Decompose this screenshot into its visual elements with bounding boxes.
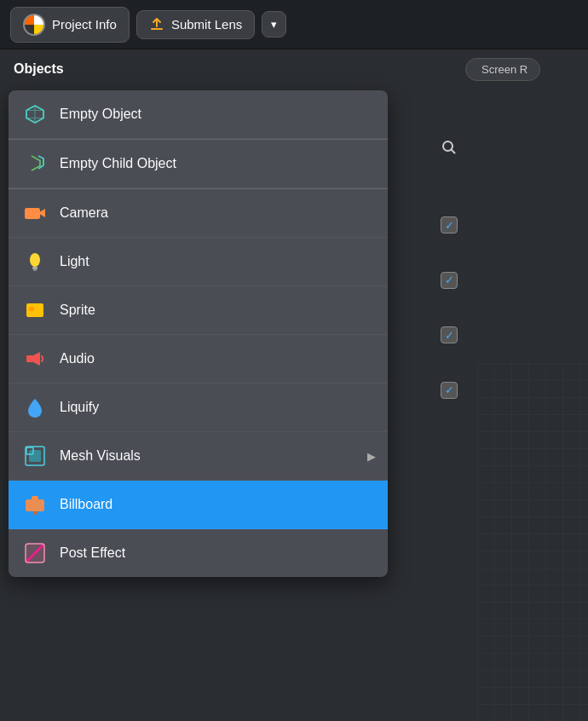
dropdown-button[interactable]: ▾ <box>262 11 286 37</box>
menu-item-camera[interactable]: Camera <box>9 188 388 238</box>
checkbox-2[interactable] <box>441 272 458 289</box>
upload-icon <box>149 17 164 32</box>
svg-rect-6 <box>29 307 34 311</box>
billboard-label: Billboard <box>60 497 112 512</box>
menu-item-light[interactable]: Light <box>9 238 388 286</box>
dropdown-arrow: ▾ <box>271 18 277 31</box>
camera-label: Camera <box>60 205 108 221</box>
svg-point-2 <box>30 253 40 267</box>
checkbox-4[interactable] <box>441 382 458 399</box>
submit-lens-label: Submit Lens <box>171 17 242 32</box>
menu-item-audio[interactable]: Audio <box>9 335 388 384</box>
audio-label: Audio <box>60 351 95 366</box>
svg-rect-1 <box>25 208 40 219</box>
project-icon <box>23 14 45 36</box>
main-container: Objects <box>0 49 588 721</box>
mesh-visuals-icon <box>22 443 48 469</box>
menu-item-empty-child-object[interactable]: Empty Child Object <box>9 139 388 188</box>
svg-rect-4 <box>33 269 37 271</box>
sprite-label: Sprite <box>60 303 95 318</box>
left-panel: Objects <box>0 49 477 721</box>
svg-rect-12 <box>33 511 37 515</box>
svg-rect-15 <box>477 363 588 721</box>
search-icon[interactable] <box>436 135 462 160</box>
objects-dropdown-menu: Empty Object Empty Child Object <box>9 90 388 577</box>
right-controls <box>436 135 462 399</box>
liquify-icon <box>22 395 48 420</box>
liquify-label: Liquify <box>60 400 99 415</box>
light-icon <box>22 249 48 274</box>
empty-object-icon <box>22 101 48 127</box>
checkbox-list <box>441 216 458 399</box>
menu-item-post-effect[interactable]: Post Effect <box>9 529 388 577</box>
menu-item-liquify[interactable]: Liquify <box>9 384 388 432</box>
post-effect-icon <box>22 540 48 566</box>
project-info-button[interactable]: Project Info <box>10 7 130 43</box>
post-effect-label: Post Effect <box>60 545 125 561</box>
screen-button-label: Screen R <box>481 63 527 76</box>
mesh-visuals-label: Mesh Visuals <box>60 448 141 464</box>
header: Project Info Submit Lens ▾ <box>0 0 588 49</box>
empty-child-object-label: Empty Child Object <box>60 156 176 171</box>
audio-icon <box>22 346 48 372</box>
sprite-icon <box>22 297 48 323</box>
billboard-icon <box>22 492 48 517</box>
objects-title: Objects <box>14 61 64 76</box>
checkbox-1[interactable] <box>441 216 458 234</box>
checkbox-3[interactable] <box>441 326 458 343</box>
grid-canvas <box>477 363 588 721</box>
menu-item-sprite[interactable]: Sprite <box>9 286 388 335</box>
menu-item-billboard[interactable]: Billboard <box>9 481 388 529</box>
right-panel: Screen R <box>477 49 588 721</box>
empty-child-object-icon <box>22 151 48 176</box>
menu-item-empty-object[interactable]: Empty Object <box>9 90 388 139</box>
svg-rect-9 <box>29 450 41 462</box>
menu-item-mesh-visuals[interactable]: Mesh Visuals ▶ <box>9 432 388 481</box>
objects-header: Objects <box>0 49 477 85</box>
svg-rect-7 <box>26 355 33 362</box>
submenu-chevron-icon: ▶ <box>367 450 376 463</box>
light-label: Light <box>60 254 89 269</box>
svg-rect-3 <box>32 267 37 269</box>
camera-icon <box>22 200 48 226</box>
svg-rect-11 <box>26 499 44 511</box>
project-info-label: Project Info <box>52 17 117 32</box>
empty-object-label: Empty Object <box>60 107 141 122</box>
screen-button[interactable]: Screen R <box>465 58 540 81</box>
submit-lens-button[interactable]: Submit Lens <box>136 10 255 39</box>
